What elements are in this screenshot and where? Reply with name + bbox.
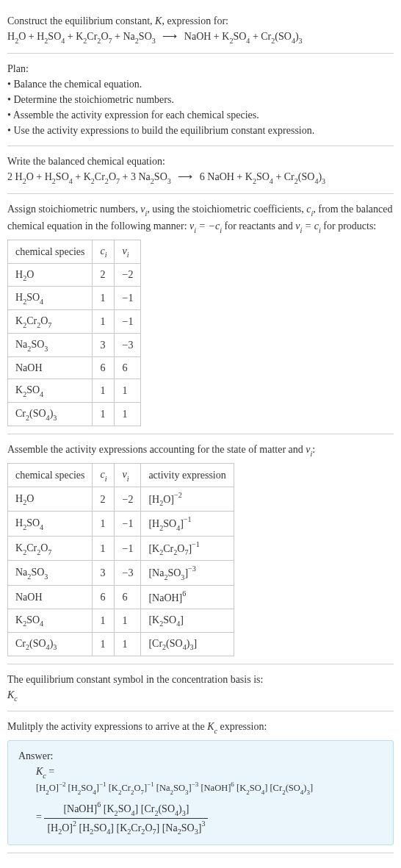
table-row: H2O2−2[H2O]−2 — [8, 487, 234, 512]
cell-nu: −2 — [115, 487, 141, 512]
table-row: H2SO41−1[H2SO4]−1 — [8, 512, 234, 537]
cell-species: H2O — [8, 487, 93, 512]
intro-K: K — [155, 15, 162, 26]
cell-nu: −1 — [115, 536, 141, 561]
rel1: νi = −ci — [189, 220, 222, 232]
table-row: K2SO411 — [8, 379, 141, 403]
plan-item-text: Assemble the activity expression for eac… — [13, 110, 259, 121]
multiply-heading-a: Mulitply the activity expressions to arr… — [7, 721, 207, 732]
plan-section: Plan: • Balance the chemical equation. •… — [7, 54, 394, 146]
activity-heading-a: Assemble the activity expressions accoun… — [7, 444, 306, 455]
cell-nu: −2 — [115, 263, 141, 287]
cell-c: 1 — [93, 536, 115, 561]
answer-box: Answer: Kc = [H2O]−2 [H2SO4]−1 [K2Cr2O7]… — [7, 740, 394, 844]
multiply-section: Mulitply the activity expressions to arr… — [7, 711, 394, 853]
table-row: Cr2(SO4)311[Cr2(SO4)3] — [8, 632, 234, 656]
eq-left: H2O + H2SO4 + K2Cr2O7 + Na2SO3 — [7, 31, 156, 42]
cell-species: H2O — [8, 263, 93, 287]
cell-species: Cr2(SO4)3 — [8, 632, 93, 656]
kc-symbol: Kc — [36, 766, 46, 777]
kc-symbol: Kc — [207, 721, 217, 732]
cell-species: Na2SO3 — [8, 561, 93, 586]
eq-right: NaOH + K2SO4 + Cr2(SO4)3 — [184, 31, 303, 42]
table-row: NaOH66 — [8, 357, 141, 379]
cell-c: 1 — [93, 403, 115, 426]
eq-right: 6 NaOH + K2SO4 + Cr2(SO4)3 — [200, 171, 325, 182]
table-row: K2Cr2O71−1[K2Cr2O7]−1 — [8, 536, 234, 561]
answer-fraction: [NaOH]6 [K2SO4] [Cr2(SO4)3] [H2O]2 [H2SO… — [44, 800, 208, 836]
cell-expr: [K2SO4] — [141, 609, 234, 632]
plan-item-text: Use the activity expressions to build th… — [13, 125, 314, 136]
multiply-heading-b: expression: — [217, 721, 267, 732]
table-row: Cr2(SO4)311 — [8, 403, 141, 426]
cell-c: 6 — [93, 357, 115, 379]
cell-c: 1 — [93, 609, 115, 632]
cell-expr: [NaOH]6 — [141, 586, 234, 609]
cell-nu: −1 — [115, 512, 141, 537]
cell-nu: 1 — [115, 609, 141, 632]
balanced-section: Write the balanced chemical equation: 2 … — [7, 146, 394, 194]
col-c: ci — [93, 240, 115, 263]
stoich-text-d: for reactants and — [222, 220, 295, 232]
cell-species: NaOH — [8, 586, 93, 609]
table-row: K2Cr2O71−1 — [8, 310, 141, 334]
col-c: ci — [93, 463, 115, 487]
plan-item-text: Balance the chemical equation. — [13, 79, 142, 90]
arrow-icon: ⟶ — [158, 31, 181, 42]
intro-text: Construct the equilibrium constant, — [7, 15, 155, 26]
cell-species: K2SO4 — [8, 609, 93, 632]
table-row: NaOH66[NaOH]6 — [8, 586, 234, 609]
stoich-table: chemical species ci νi H2O2−2 H2SO41−1 K… — [7, 240, 141, 426]
cell-expr: [Cr2(SO4)3] — [141, 632, 234, 656]
fraction-denominator: [H2O]2 [H2SO4] [K2Cr2O7] [Na2SO3]3 — [44, 819, 208, 837]
fraction-numerator: [NaOH]6 [K2SO4] [Cr2(SO4)3] — [44, 800, 208, 819]
plan-heading: Plan: — [7, 61, 394, 76]
cell-c: 1 — [93, 512, 115, 537]
answer-line1: Kc = — [36, 764, 383, 781]
cell-nu: 1 — [115, 379, 141, 403]
rel2: νi = ci — [295, 220, 321, 232]
intro-text-b: , expression for: — [162, 15, 228, 26]
activity-heading: Assemble the activity expressions accoun… — [7, 442, 394, 459]
cell-nu: −3 — [115, 334, 141, 357]
intro-equation: H2O + H2SO4 + K2Cr2O7 + Na2SO3 ⟶ NaOH + … — [7, 29, 394, 46]
cell-species: H2SO4 — [8, 512, 93, 537]
cell-c: 3 — [93, 334, 115, 357]
cell-species: K2SO4 — [8, 379, 93, 403]
table-header-row: chemical species ci νi — [8, 240, 141, 263]
cell-c: 1 — [93, 379, 115, 403]
cell-nu: −3 — [115, 561, 141, 586]
nu-symbol: νi — [306, 444, 312, 455]
cell-species: Na2SO3 — [8, 334, 93, 357]
c-symbol: ci — [306, 204, 313, 215]
plan-item: • Assemble the activity expression for e… — [7, 107, 394, 123]
cell-expr: [K2Cr2O7]−1 — [141, 536, 234, 561]
table-row: H2SO41−1 — [8, 287, 141, 310]
cell-species: H2SO4 — [8, 287, 93, 310]
arrow-icon: ⟶ — [173, 171, 197, 182]
table-row: Na2SO33−3[Na2SO3]−3 — [8, 561, 234, 586]
activity-section: Assemble the activity expressions accoun… — [7, 434, 394, 664]
table-row: Na2SO33−3 — [8, 334, 141, 357]
cell-nu: 6 — [115, 357, 141, 379]
plan-item: • Determine the stoichiometric numbers. — [7, 92, 394, 107]
cell-species: K2Cr2O7 — [8, 310, 93, 334]
cell-c: 6 — [93, 586, 115, 609]
cell-c: 2 — [93, 487, 115, 512]
activity-table: chemical species ci νi activity expressi… — [7, 463, 234, 656]
cell-expr: [Na2SO3]−3 — [141, 561, 234, 586]
col-species: chemical species — [8, 463, 93, 487]
answer-label: Answer: — [18, 748, 383, 764]
cell-species: K2Cr2O7 — [8, 536, 93, 561]
plan-item: • Use the activity expressions to build … — [7, 123, 394, 138]
cell-c: 1 — [93, 287, 115, 310]
col-expr: activity expression — [141, 463, 234, 487]
col-species: chemical species — [8, 240, 93, 263]
cell-species: Cr2(SO4)3 — [8, 403, 93, 426]
answer-line2: = [NaOH]6 [K2SO4] [Cr2(SO4)3] [H2O]2 [H2… — [36, 800, 383, 836]
activity-heading-b: : — [312, 444, 315, 455]
cell-species: NaOH — [8, 357, 93, 379]
kc-symbol-text: The equilibrium constant symbol in the c… — [7, 672, 394, 687]
plan-item: • Balance the chemical equation. — [7, 76, 394, 92]
cell-nu: 6 — [115, 586, 141, 609]
